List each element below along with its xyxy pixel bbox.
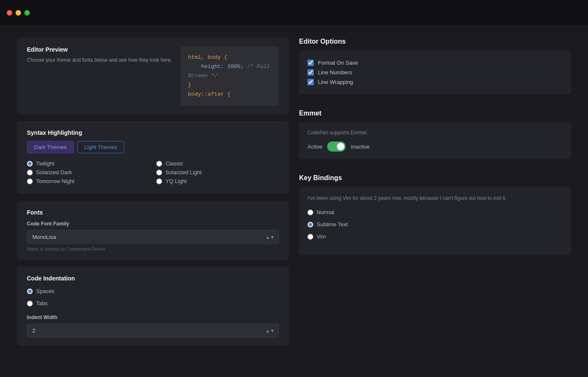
close-button[interactable]	[7, 10, 12, 16]
theme-tomorrow-night-label: Tomorrow Night	[36, 178, 74, 184]
light-themes-tab[interactable]: Light Themes	[77, 141, 125, 153]
indent-tabs-radio[interactable]	[27, 301, 33, 306]
code-line-2: height: 100%; /* Full Screen */	[188, 62, 271, 81]
theme-tomorrow-night[interactable]: Tomorrow Night	[27, 177, 150, 186]
editor-options-title: Editor Options	[299, 38, 571, 45]
key-bindings-group: Normal Sublime Text Vim	[307, 208, 563, 241]
theme-classic-label: Classic	[165, 160, 183, 167]
theme-solarized-light[interactable]: Solarized Light	[156, 168, 279, 177]
keybinding-vim[interactable]: Vim	[307, 232, 563, 241]
code-indentation-title: Code Indentation	[27, 275, 279, 282]
minimize-button[interactable]	[16, 10, 21, 16]
line-numbers-label: Line Numbers	[318, 69, 352, 76]
theme-solarized-light-radio[interactable]	[156, 170, 162, 175]
font-family-wrapper: MonoLisa Fira Code JetBrains Mono Source…	[27, 230, 279, 244]
emmet-card: CodePen supports Emmet. Active Inactive	[299, 122, 571, 159]
light-themes-list: Classic Solarized Light YQ Light	[156, 159, 279, 186]
emmet-toggle[interactable]	[327, 141, 346, 152]
titlebar	[0, 0, 588, 25]
editor-preview-card: Editor Preview Choose your theme and fon…	[17, 38, 289, 114]
emmet-description: CodePen supports Emmet.	[307, 130, 563, 136]
indent-tabs[interactable]: Tabs	[27, 299, 279, 308]
editor-options-section: Editor Options Format On Save Line Numbe…	[299, 38, 571, 94]
editor-preview-info: Editor Preview Choose your theme and fon…	[27, 46, 172, 106]
key-bindings-description: I've been using Vim for about 2 years no…	[307, 194, 563, 202]
theme-solarized-dark-radio[interactable]	[27, 170, 33, 175]
fonts-title: Fonts	[27, 209, 279, 216]
main-content: Editor Preview Choose your theme and fon…	[0, 25, 588, 359]
theme-yq-light-label: YQ Light	[165, 178, 187, 184]
indent-width-wrapper: 2 4 8 ▲▼	[27, 324, 279, 338]
code-line-1: html, body {	[188, 53, 271, 62]
option-line-wrapping[interactable]: Line Wrapping	[307, 77, 563, 87]
keybinding-normal[interactable]: Normal	[307, 208, 563, 217]
theme-twilight-label: Twilight	[36, 160, 54, 167]
emmet-toggle-slider	[327, 141, 346, 152]
syntax-highlighting-title: Syntax Highlighting	[27, 129, 279, 136]
emmet-active-label: Active	[307, 144, 322, 150]
line-numbers-checkbox[interactable]	[307, 69, 314, 76]
emmet-section: Emmet CodePen supports Emmet. Active Ina…	[299, 110, 571, 159]
line-wrapping-label: Line Wrapping	[318, 79, 353, 85]
editor-preview-title: Editor Preview	[27, 46, 172, 53]
keybinding-normal-radio[interactable]	[307, 209, 313, 215]
editor-options-card: Format On Save Line Numbers Line Wrappin…	[299, 50, 571, 94]
key-bindings-section: Key Bindings I've been using Vim for abo…	[299, 174, 571, 255]
code-line-4: body::after {	[188, 90, 271, 99]
syntax-highlighting-card: Syntax Highlighting Dark Themes Light Th…	[17, 121, 289, 194]
format-on-save-checkbox[interactable]	[307, 60, 314, 66]
key-bindings-info: I've been using Vim for about 2 years no…	[307, 194, 563, 202]
keybinding-sublime-radio[interactable]	[307, 222, 313, 228]
emmet-title: Emmet	[299, 110, 571, 117]
line-wrapping-checkbox[interactable]	[307, 79, 314, 85]
keybinding-normal-label: Normal	[317, 209, 334, 215]
key-bindings-title: Key Bindings	[299, 174, 571, 182]
indent-spaces-label: Spaces	[36, 288, 54, 294]
option-format-on-save[interactable]: Format On Save	[307, 58, 563, 68]
keybinding-vim-label: Vim	[317, 233, 326, 240]
font-hint: Made in Vienna by Component-Driven	[27, 246, 279, 251]
theme-solarized-light-label: Solarized Light	[165, 169, 202, 175]
font-family-select[interactable]: MonoLisa Fira Code JetBrains Mono Source…	[27, 230, 279, 244]
option-line-numbers[interactable]: Line Numbers	[307, 68, 563, 77]
theme-classic[interactable]: Classic	[156, 159, 279, 168]
indent-type-group: Spaces Tabs	[27, 287, 279, 308]
format-on-save-label: Format On Save	[318, 60, 358, 66]
maximize-button[interactable]	[24, 10, 30, 16]
theme-solarized-dark-label: Solarized Dark	[36, 169, 72, 175]
indent-width-label: Indent Width	[27, 314, 279, 320]
code-line-3: }	[188, 81, 271, 90]
theme-twilight-radio[interactable]	[27, 161, 33, 167]
right-panel: Editor Options Format On Save Line Numbe…	[299, 38, 571, 346]
keybinding-sublime[interactable]: Sublime Text	[307, 220, 563, 229]
indent-spaces[interactable]: Spaces	[27, 287, 279, 296]
theme-tomorrow-night-radio[interactable]	[27, 178, 33, 184]
code-preview: html, body { height: 100%; /* Full Scree…	[181, 46, 279, 106]
theme-classic-radio[interactable]	[156, 161, 162, 167]
indent-tabs-label: Tabs	[36, 300, 47, 306]
theme-tabs: Dark Themes Light Themes	[27, 141, 279, 153]
key-bindings-card: I've been using Vim for about 2 years no…	[299, 187, 571, 255]
theme-yq-light[interactable]: YQ Light	[156, 177, 279, 186]
indent-spaces-radio[interactable]	[27, 288, 33, 294]
theme-yq-light-radio[interactable]	[156, 178, 162, 184]
dark-themes-tab[interactable]: Dark Themes	[27, 141, 74, 153]
indent-width-select[interactable]: 2 4 8	[27, 324, 279, 338]
code-indentation-card: Code Indentation Spaces Tabs Indent Widt…	[17, 267, 289, 346]
emmet-toggle-row: Active Inactive	[307, 141, 563, 152]
left-panel: Editor Preview Choose your theme and fon…	[17, 38, 289, 346]
theme-twilight[interactable]: Twilight	[27, 159, 150, 168]
theme-columns: Twilight Solarized Dark Tomorrow Night C…	[27, 159, 279, 186]
theme-solarized-dark[interactable]: Solarized Dark	[27, 168, 150, 177]
emmet-inactive-label: Inactive	[351, 144, 370, 150]
keybinding-sublime-label: Sublime Text	[317, 221, 348, 228]
emmet-info: CodePen supports Emmet.	[307, 130, 563, 136]
keybinding-vim-radio[interactable]	[307, 234, 313, 240]
editor-preview-description: Choose your theme and fonts below and se…	[27, 56, 172, 64]
fonts-card: Fonts Code Font Family MonoLisa Fira Cod…	[17, 201, 289, 260]
dark-themes-list: Twilight Solarized Dark Tomorrow Night	[27, 159, 150, 186]
font-family-label: Code Font Family	[27, 221, 279, 227]
